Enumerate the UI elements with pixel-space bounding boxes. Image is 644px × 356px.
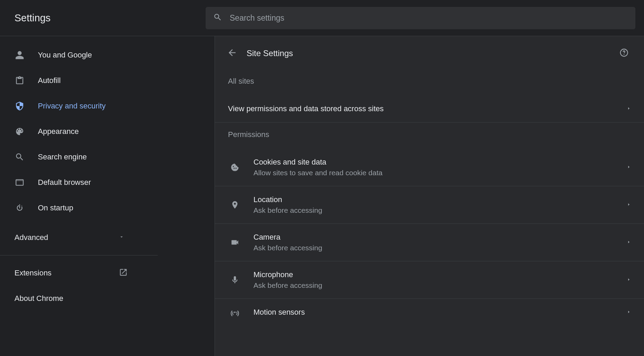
row-cookies[interactable]: Cookies and site data Allow sites to sav…	[215, 149, 644, 186]
sidebar-item-label: On startup	[38, 203, 73, 212]
chevron-right-icon	[627, 202, 631, 208]
row-subtitle: Ask before accessing	[253, 281, 322, 290]
row-location[interactable]: Location Ask before accessing	[215, 186, 644, 224]
sensors-icon	[228, 308, 242, 317]
open-in-new-icon	[119, 268, 128, 278]
sidebar-item-default-browser[interactable]: Default browser	[0, 170, 158, 195]
help-icon	[619, 48, 629, 59]
row-motion-sensors[interactable]: Motion sensors	[215, 299, 644, 326]
row-title: Motion sensors	[253, 308, 305, 317]
sidebar-item-appearance[interactable]: Appearance	[0, 119, 158, 144]
sidebar-item-about-chrome[interactable]: About Chrome	[0, 286, 215, 311]
page-header: Site Settings	[215, 36, 644, 69]
search-box[interactable]	[206, 7, 635, 29]
row-subtitle: Ask before accessing	[253, 206, 322, 214]
sidebar-item-label: Default browser	[38, 178, 91, 187]
sidebar-advanced-toggle[interactable]: Advanced	[0, 225, 215, 250]
row-title: Cookies and site data	[253, 158, 383, 167]
back-button[interactable]	[225, 46, 239, 60]
chevron-right-icon	[627, 309, 631, 315]
person-icon	[14, 50, 25, 60]
search-icon	[213, 13, 222, 23]
cookie-icon	[228, 163, 242, 172]
search-icon	[14, 152, 25, 162]
help-button[interactable]	[617, 46, 631, 60]
section-label-all-sites: All sites	[215, 69, 644, 95]
row-camera[interactable]: Camera Ask before accessing	[215, 224, 644, 261]
chevron-right-icon	[627, 106, 631, 112]
camera-icon	[228, 238, 242, 247]
row-view-all-sites[interactable]: View permissions and data stored across …	[215, 95, 644, 123]
page-title: Site Settings	[247, 49, 293, 58]
row-title: Microphone	[253, 270, 322, 279]
sidebar-item-label: Autofill	[38, 76, 61, 85]
divider	[0, 255, 158, 255]
row-subtitle: Allow sites to save and read cookie data	[253, 169, 383, 177]
microphone-icon	[228, 275, 242, 284]
main-content: Site Settings All sites View permissions…	[215, 36, 644, 356]
sidebar-item-search-engine[interactable]: Search engine	[0, 144, 158, 170]
clipboard-icon	[14, 75, 25, 86]
row-title: Camera	[253, 233, 322, 242]
chevron-down-icon	[119, 234, 124, 241]
top-bar: Settings	[0, 0, 644, 36]
chevron-right-icon	[627, 277, 631, 283]
row-title: View permissions and data stored across …	[228, 104, 384, 113]
browser-icon	[14, 177, 25, 188]
chevron-right-icon	[627, 239, 631, 245]
sidebar-item-you-and-google[interactable]: You and Google	[0, 42, 158, 68]
arrow-back-icon	[227, 48, 237, 59]
sidebar-item-label: Search engine	[38, 153, 87, 161]
sidebar-item-autofill[interactable]: Autofill	[0, 68, 158, 93]
search-input[interactable]	[230, 13, 628, 23]
row-subtitle: Ask before accessing	[253, 244, 322, 252]
sidebar-item-privacy-security[interactable]: Privacy and security	[0, 93, 158, 119]
sidebar-item-label: Extensions	[14, 269, 52, 278]
section-label-permissions: Permissions	[215, 123, 644, 149]
shield-icon	[14, 101, 25, 111]
sidebar-item-label: Privacy and security	[38, 102, 106, 111]
sidebar-item-extensions[interactable]: Extensions	[0, 260, 215, 286]
row-microphone[interactable]: Microphone Ask before accessing	[215, 261, 644, 299]
sidebar-item-label: Appearance	[38, 127, 79, 136]
location-icon	[228, 200, 242, 209]
sidebar-item-label: About Chrome	[14, 294, 63, 303]
row-title: Location	[253, 195, 322, 204]
sidebar-item-label: You and Google	[38, 51, 92, 60]
power-icon	[14, 203, 25, 213]
chevron-right-icon	[627, 164, 631, 170]
palette-icon	[14, 126, 25, 137]
sidebar: You and Google Autofill Privacy and secu…	[0, 36, 215, 356]
sidebar-item-on-startup[interactable]: On startup	[0, 195, 158, 221]
app-title: Settings	[14, 12, 51, 24]
sidebar-item-label: Advanced	[14, 233, 48, 242]
